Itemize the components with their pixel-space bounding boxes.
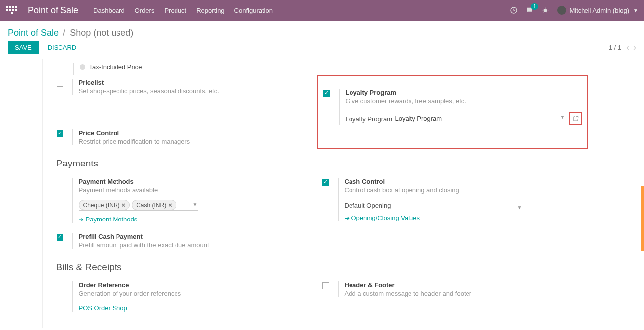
cash-title: Cash Control xyxy=(345,178,588,185)
loyalty-checkbox[interactable] xyxy=(323,90,330,97)
chevron-down-icon: ▼ xyxy=(193,202,198,207)
pager-next-icon[interactable]: › xyxy=(633,42,636,53)
price-control-title: Price Control xyxy=(79,129,322,137)
external-link-icon[interactable] xyxy=(569,112,582,125)
loyalty-field-label: Loyalty Program xyxy=(346,115,395,123)
order-ref-link[interactable]: POS Order Shop xyxy=(79,304,127,312)
pager: 1 / 1 ‹ › xyxy=(609,42,636,53)
loyalty-highlight: Loyalty Program Give customer rewards, f… xyxy=(317,75,588,149)
tax-included-label: Tax-Included Price xyxy=(89,63,142,71)
loyalty-desc: Give customer rewards, free samples, etc… xyxy=(346,97,582,105)
loyalty-title: Loyalty Program xyxy=(346,89,582,96)
chevron-down-icon: ▼ xyxy=(517,205,522,210)
pm-title: Payment Methods xyxy=(79,178,322,185)
pm-desc: Payment methods available xyxy=(79,186,322,194)
setting-loyalty: Loyalty Program Give customer rewards, f… xyxy=(323,85,582,131)
nav-configuration[interactable]: Configuration xyxy=(234,7,273,14)
main-nav: Dashboard Orders Product Reporting Confi… xyxy=(93,7,273,14)
pm-tag-cash[interactable]: Cash (INR)× xyxy=(132,200,176,210)
loyalty-field-input[interactable]: Loyalty Program▼ xyxy=(395,113,566,124)
pm-tags[interactable]: Cheque (INR)× Cash (INR)× ▼ xyxy=(79,200,198,211)
pager-prev-icon[interactable]: ‹ xyxy=(626,42,629,53)
price-control-checkbox[interactable] xyxy=(57,130,63,137)
clock-icon[interactable] xyxy=(510,6,518,15)
pm-tag-cheque[interactable]: Cheque (INR)× xyxy=(79,200,130,210)
cash-control-checkbox[interactable] xyxy=(322,179,329,186)
section-payments: Payments xyxy=(57,158,588,169)
tag-remove-icon[interactable]: × xyxy=(122,201,126,209)
prefill-title: Prefill Cash Payment xyxy=(79,233,322,240)
setting-header-footer: Header & Footer Add a custom message to … xyxy=(322,277,588,303)
nav-reporting[interactable]: Reporting xyxy=(196,7,224,14)
pricelist-title: Pricelist xyxy=(79,79,322,86)
header-footer-title: Header & Footer xyxy=(345,281,588,289)
chevron-down-icon: ▼ xyxy=(633,8,638,13)
setting-payment-methods: Payment Methods Payment methods availabl… xyxy=(57,174,322,229)
setting-prefill: Prefill Cash Payment Prefill amount paid… xyxy=(57,229,322,255)
arrow-right-icon: ➔ xyxy=(345,215,350,221)
breadcrumb-bar: Point of Sale / Shop (not used) xyxy=(0,21,644,41)
breadcrumb-leaf: Shop (not used) xyxy=(70,28,133,38)
breadcrumb: Point of Sale / Shop (not used) xyxy=(8,28,133,38)
breadcrumb-root[interactable]: Point of Sale xyxy=(8,28,59,38)
discard-button[interactable]: DISCARD xyxy=(42,41,83,54)
nav-dashboard[interactable]: Dashboard xyxy=(93,7,125,14)
section-bills: Bills & Receipts xyxy=(57,262,588,273)
messages-badge: 1 xyxy=(531,3,539,10)
chevron-down-icon: ▼ xyxy=(560,114,565,120)
header-right: 1 Mitchell Admin (blog)▼ xyxy=(510,6,638,15)
user-menu[interactable]: Mitchell Admin (blog)▼ xyxy=(557,6,638,15)
setting-pricelist: Pricelist Set shop-specific prices, seas… xyxy=(57,75,322,101)
avatar-icon xyxy=(557,6,566,15)
scroll-indicator[interactable] xyxy=(641,186,644,251)
default-opening-input[interactable]: ▼ xyxy=(399,204,523,207)
nav-orders[interactable]: Orders xyxy=(135,7,155,14)
opening-closing-link[interactable]: ➔Opening/Closing Values xyxy=(345,214,420,221)
price-control-desc: Restrict price modification to managers xyxy=(79,138,322,145)
top-bar: Point of Sale Dashboard Orders Product R… xyxy=(0,0,644,21)
nav-product[interactable]: Product xyxy=(164,7,186,14)
prefill-desc: Prefill amount paid with the exact due a… xyxy=(79,241,322,249)
pricelist-checkbox[interactable] xyxy=(57,80,63,87)
tax-included-row: Tax-Included Price xyxy=(73,63,588,75)
pager-text: 1 / 1 xyxy=(609,44,621,51)
cash-desc: Control cash box at opening and closing xyxy=(345,186,588,194)
pricelist-desc: Set shop-specific prices, seasonal disco… xyxy=(79,87,322,95)
content: Tax-Included Price Pricelist Set shop-sp… xyxy=(0,59,644,328)
header-footer-checkbox[interactable] xyxy=(322,282,329,289)
pm-link[interactable]: ➔Payment Methods xyxy=(79,216,138,223)
order-ref-desc: Generation of your order references xyxy=(79,290,322,297)
setting-price-control: Price Control Restrict price modificatio… xyxy=(57,125,322,151)
header-footer-desc: Add a custom message to header and foote… xyxy=(345,290,588,297)
user-name: Mitchell Admin (blog) xyxy=(569,7,629,14)
arrow-right-icon: ➔ xyxy=(79,216,84,223)
action-bar: SAVE DISCARD 1 / 1 ‹ › xyxy=(0,41,644,59)
order-ref-title: Order Reference xyxy=(79,281,322,289)
prefill-checkbox[interactable] xyxy=(57,234,63,241)
apps-icon[interactable] xyxy=(6,4,18,16)
debug-icon[interactable] xyxy=(541,6,549,15)
setting-order-ref: Order Reference Generation of your order… xyxy=(57,277,322,318)
radio-icon[interactable] xyxy=(80,64,85,70)
messages-icon[interactable]: 1 xyxy=(526,6,533,15)
default-opening-label: Default Opening xyxy=(345,202,399,209)
app-title: Point of Sale xyxy=(28,5,78,16)
tag-remove-icon[interactable]: × xyxy=(168,201,172,209)
breadcrumb-sep: / xyxy=(63,28,65,38)
setting-cash-control: Cash Control Control cash box at opening… xyxy=(322,174,588,227)
save-button[interactable]: SAVE xyxy=(8,41,39,54)
